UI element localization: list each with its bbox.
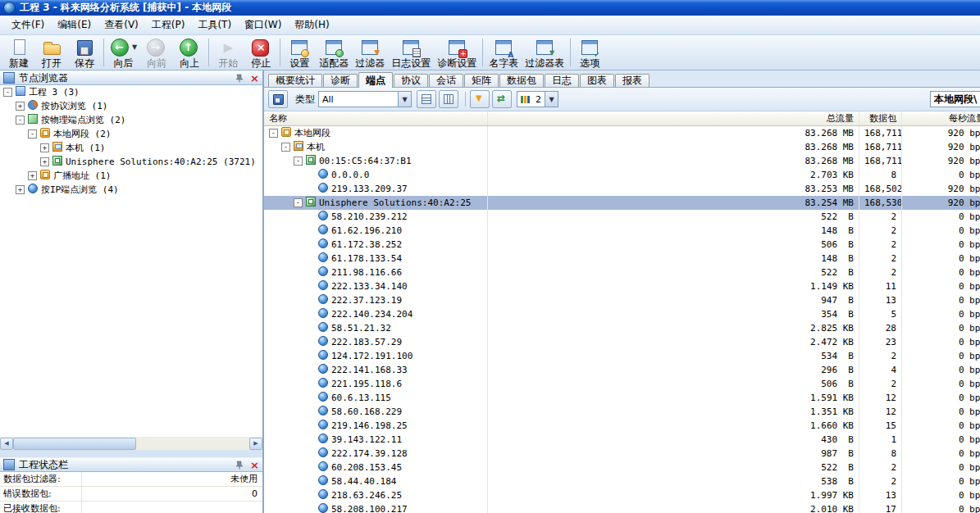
tree-item[interactable]: +本机 (1) — [0, 141, 262, 155]
column-header-名称[interactable]: 名称 — [264, 111, 488, 125]
toolbar-up-button[interactable]: 向上 — [173, 37, 206, 69]
endpoint-row[interactable]: -本地网段83.268 MB168,711920 bps — [264, 126, 980, 140]
endpoint-row[interactable]: 58.51.21.322.825 KB280 bps — [264, 321, 980, 335]
tab-日志[interactable]: 日志 — [545, 74, 579, 87]
tab-图表[interactable]: 图表 — [580, 74, 614, 87]
toolbar-name-table-button[interactable]: 名字表 — [485, 37, 522, 69]
endpoint-row[interactable]: 58.208.100.2172.010 KB170 bps — [264, 502, 980, 513]
menu-item-窗口(W)[interactable]: 窗口(W) — [238, 16, 288, 34]
tab-报表[interactable]: 报表 — [615, 74, 650, 87]
endpoint-row[interactable]: 222.174.39.128987 B80 bps — [264, 447, 980, 461]
horizontal-scrollbar[interactable]: ◀ ▶ — [0, 437, 262, 450]
endpoint-row[interactable]: 221.195.118.6506 B20 bps — [264, 377, 980, 391]
toolbar-filter-button[interactable]: 过滤器 — [352, 37, 388, 69]
minus-expand-box[interactable]: - — [281, 143, 290, 152]
tree-item[interactable]: +按IP端点浏览 (4) — [0, 183, 262, 197]
menu-item-工具(T)[interactable]: 工具(T) — [191, 16, 238, 34]
toolbar-stop-button[interactable]: 停止 — [244, 37, 277, 69]
pin-icon[interactable] — [235, 461, 244, 470]
toolbar-filter-table-button[interactable]: 过滤器表 — [522, 37, 567, 69]
endpoint-row[interactable]: 61.172.38.252506 B20 bps — [264, 238, 980, 252]
tree-item[interactable]: +按协议浏览 (1) — [0, 99, 262, 113]
endpoint-row[interactable]: -00:15:C5:64:37:B183.268 MB168,711920 bp… — [264, 154, 980, 168]
refresh-button[interactable] — [492, 90, 512, 108]
endpoint-row[interactable]: 61.62.196.210148 B20 bps — [264, 224, 980, 238]
endpoint-row[interactable]: 222.141.168.33296 B40 bps — [264, 363, 980, 377]
endpoint-row[interactable]: 222.37.123.19947 B130 bps — [264, 293, 980, 307]
minus-expand-box[interactable]: - — [294, 198, 303, 207]
type-select[interactable]: All ▼ — [318, 91, 412, 107]
toolbar-options-button[interactable]: 选项 — [573, 37, 606, 69]
menu-item-文件(F)[interactable]: 文件(F) — [5, 16, 51, 34]
menu-item-查看(V)[interactable]: 查看(V) — [98, 16, 145, 34]
locate-node-button[interactable] — [417, 90, 436, 108]
tab-数据包[interactable]: 数据包 — [499, 74, 544, 87]
chevron-down-icon[interactable]: ▼ — [545, 92, 558, 107]
tree-item[interactable]: +广播地址 (1) — [0, 169, 262, 183]
column-header-每秒流量[interactable]: 每秒流量 — [902, 111, 980, 125]
endpoint-row[interactable]: 39.143.122.11430 B10 bps — [264, 433, 980, 447]
toolbar-diag-settings-button[interactable]: 诊断设置 — [434, 37, 480, 69]
endpoint-row[interactable]: 58.60.168.2291.351 KB120 bps — [264, 405, 980, 419]
minus-expand-box[interactable]: - — [16, 116, 25, 125]
minus-expand-box[interactable]: - — [3, 88, 12, 97]
toolbar-settings-button[interactable]: 设置 — [283, 37, 316, 69]
toolbar-adapter-button[interactable]: 适配器 — [316, 37, 352, 69]
minus-expand-box[interactable]: - — [28, 129, 37, 138]
scrollbar-thumb[interactable] — [13, 438, 136, 450]
dropdown-arrow-icon[interactable]: ▼ — [132, 43, 137, 51]
tab-诊断[interactable]: 诊断 — [323, 74, 358, 87]
choose-columns-button[interactable] — [439, 90, 458, 108]
endpoint-row[interactable]: 222.133.34.1401.149 KB110 bps — [264, 279, 980, 293]
plus-expand-box[interactable]: + — [16, 185, 25, 194]
endpoint-row[interactable]: 218.63.246.251.997 KB130 bps — [264, 488, 980, 502]
endpoint-row[interactable]: 124.172.191.100534 B20 bps — [264, 349, 980, 363]
menu-item-工程(P)[interactable]: 工程(P) — [145, 16, 192, 34]
toolbar-open-button[interactable]: 打开 — [35, 37, 68, 69]
menu-item-编辑(E)[interactable]: 编辑(E) — [51, 16, 98, 34]
pin-icon[interactable] — [235, 74, 244, 83]
tree-item[interactable]: -本地网段 (2) — [0, 127, 262, 141]
toolbar-new-button[interactable]: 新建 — [2, 37, 35, 69]
tab-概要统计[interactable]: 概要统计 — [268, 74, 322, 87]
plus-expand-box[interactable]: + — [40, 143, 49, 152]
tree-item[interactable]: -工程 3 (3) — [0, 85, 262, 99]
endpoint-row[interactable]: 222.140.234.204354 B50 bps — [264, 307, 980, 321]
tree-item[interactable]: -按物理端点浏览 (2) — [0, 113, 262, 127]
scroll-right-icon[interactable]: ▶ — [249, 438, 262, 450]
column-header-总流量[interactable]: 总流量 — [488, 111, 859, 125]
endpoint-row[interactable]: 219.146.198.251.660 KB150 bps — [264, 419, 980, 433]
endpoint-row[interactable]: 0.0.0.02.703 KB80 bps — [264, 168, 980, 182]
endpoint-row[interactable]: 61.178.133.54148 B20 bps — [264, 252, 980, 266]
toolbar-log-settings-button[interactable]: 日志设置 — [388, 37, 434, 69]
toolbar-save-button[interactable]: 保存 — [68, 37, 101, 69]
close-icon[interactable]: × — [250, 73, 259, 84]
endpoint-row[interactable]: 58.44.40.184538 B20 bps — [264, 474, 980, 488]
tab-协议[interactable]: 协议 — [394, 74, 428, 87]
plus-expand-box[interactable]: + — [40, 157, 49, 166]
close-icon[interactable]: × — [250, 460, 259, 470]
endpoint-row[interactable]: 211.98.116.66522 B20 bps — [264, 266, 980, 279]
plus-expand-box[interactable]: + — [28, 171, 37, 180]
endpoint-row[interactable]: -本机83.268 MB168,711920 bps — [264, 140, 980, 154]
column-header-数据包[interactable]: 数据包 — [859, 111, 902, 125]
endpoint-row[interactable]: 58.210.239.212522 B20 bps — [264, 210, 980, 224]
display-filter-button[interactable] — [470, 90, 490, 108]
plus-expand-box[interactable]: + — [16, 102, 25, 111]
endpoint-row[interactable]: 222.183.57.292.472 KB230 bps — [264, 335, 980, 349]
toolbar-back-button[interactable]: ▼向后 — [107, 37, 140, 69]
tab-矩阵[interactable]: 矩阵 — [464, 74, 499, 87]
endpoint-row[interactable]: 60.208.153.45522 B20 bps — [264, 461, 980, 474]
endpoint-row[interactable]: 219.133.209.3783.253 MB168,502920 bps — [264, 182, 980, 196]
refresh-interval-select[interactable]: 2 ▼ — [517, 91, 558, 107]
chevron-down-icon[interactable]: ▼ — [398, 92, 411, 107]
menu-item-帮助(H)[interactable]: 帮助(H) — [288, 16, 335, 34]
endpoint-row[interactable]: 60.6.13.1151.591 KB120 bps — [264, 391, 980, 405]
minus-expand-box[interactable]: - — [269, 129, 278, 138]
endpoint-row[interactable]: -Unisphere Solutions:40:A2:2583.254 MB16… — [264, 196, 980, 210]
tab-端点[interactable]: 端点 — [358, 72, 393, 88]
tree-item[interactable]: +Unisphere Solutions:40:A2:25 (3721) — [0, 155, 262, 169]
export-button[interactable] — [268, 90, 288, 108]
minus-expand-box[interactable]: - — [294, 157, 303, 166]
tab-会话[interactable]: 会话 — [429, 74, 463, 87]
